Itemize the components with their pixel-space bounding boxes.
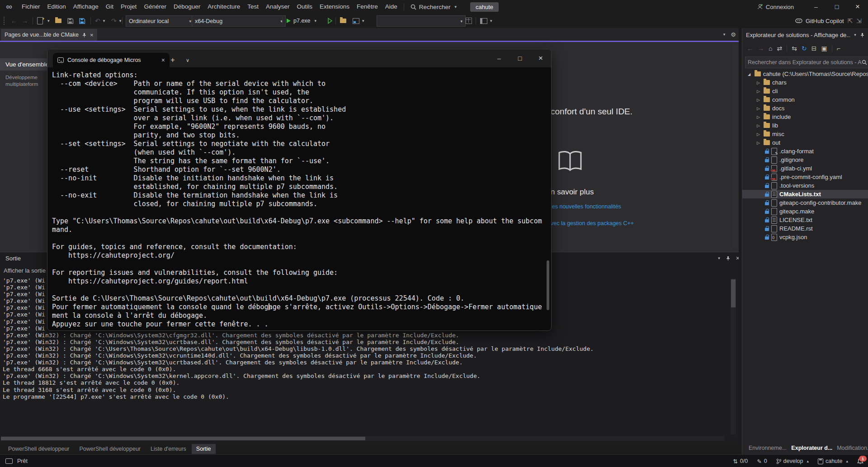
window-position-icon[interactable]: ▾ [718,256,720,260]
tree-item-file[interactable]: .clang-format [742,147,868,156]
cpp-packages-link-fragment[interactable]: vec la gestion des packages C++ [551,220,634,226]
scrollbar-thumb[interactable] [1,437,365,440]
cmake-folder-button[interactable] [340,14,346,28]
debug-target-combobox[interactable]: Ordinateur local ▾ [126,15,194,27]
tree-item-file[interactable]: vcpkg.json [742,233,868,241]
window-layout-button[interactable]: ▾ [480,14,492,28]
menu-item[interactable]: Fenêtre [353,0,382,14]
console-tab[interactable]: Console de débogage Micros × [53,53,170,67]
output-vertical-scrollbar[interactable] [731,278,736,434]
menu-item[interactable]: Architecture [204,0,244,14]
feedback-icon[interactable]: ⇲ [856,17,862,24]
console-minimize-button[interactable] [489,49,509,67]
document-tab[interactable]: Pages de vue...ble de CMake × [1,29,97,41]
save-button[interactable] [67,14,74,28]
overview-nav-item[interactable]: Développeme multiplateform [5,74,38,88]
new-tab-button[interactable]: + [166,53,179,67]
pin-icon[interactable] [860,33,865,38]
collapsed-chevron-icon[interactable] [757,89,761,94]
collapse-all-icon[interactable]: ⊟ [811,45,817,52]
tree-item-file[interactable]: .tool-versions [742,181,868,190]
panel-splitter[interactable] [739,28,742,454]
menu-item[interactable]: Analyser [262,0,293,14]
menu-item[interactable]: Git [102,0,117,14]
panel-tab[interactable]: Liste d'erreurs [146,444,191,454]
refresh-icon[interactable]: ↻ [802,45,807,52]
navigate-forward-icon[interactable]: → [22,17,28,24]
start-without-debugging-button[interactable] [327,14,333,28]
current-branch-button[interactable]: develop ▴ [776,458,809,464]
tree-item-folder[interactable]: docs [742,104,868,113]
tree-item-file[interactable]: giteapc-config-contributor.make [742,198,868,207]
collapsed-chevron-icon[interactable] [757,132,761,137]
collapsed-chevron-icon[interactable] [757,80,761,85]
collapsed-chevron-icon[interactable] [757,141,761,145]
menu-item[interactable]: Fichier [18,0,44,14]
start-debugging-button[interactable]: p7.exe ▾ [287,14,316,28]
tree-item-file[interactable]: giteapc.make [742,207,868,216]
close-button[interactable] [847,0,868,14]
editor-scrollbar[interactable] [733,44,738,248]
menu-item[interactable]: Projet [117,0,140,14]
tree-item-file[interactable]: .gitignore [742,156,868,164]
minimize-button[interactable] [806,0,826,14]
panel-tab[interactable]: Sortie [192,444,216,454]
output-horizontal-scrollbar[interactable] [1,436,724,441]
console-maximize-button[interactable] [509,49,530,67]
menu-item[interactable]: Déboguer [170,0,204,14]
tree-item-folder[interactable]: cli [742,87,868,95]
sync-commits-button[interactable]: ⇅ 0/0 [733,458,748,465]
save-all-button[interactable] [79,14,85,28]
github-copilot-button[interactable]: GitHub Copilot [795,18,844,24]
tree-item-folder[interactable]: lib [742,121,868,130]
tree-item-file[interactable]: LICENSE.txt [742,216,868,224]
window-position-icon[interactable]: ▾ [854,33,856,37]
new-project-button[interactable]: ★ ▾ [37,14,50,28]
forward-icon[interactable]: → [758,45,764,52]
tree-item-folder[interactable]: misc [742,130,868,138]
tree-item-file[interactable]: .pre-commit-config.yaml [742,173,868,181]
right-panel-tab[interactable]: Explorateur d... [788,443,832,453]
background-tasks-icon[interactable] [5,458,13,464]
configuration-combobox[interactable]: x64-Debug ▾ [192,15,286,27]
menu-item[interactable]: Générer [140,0,170,14]
search-button[interactable]: Rechercher ▾ [407,4,460,10]
sign-in-button[interactable]: Connexion [757,4,794,10]
menu-item[interactable]: Test [244,0,262,14]
right-panel-tab[interactable]: Modification... [834,443,868,453]
close-tab-icon[interactable]: × [161,57,165,64]
current-repository-button[interactable]: cahute ▴ [818,458,848,464]
collapsed-chevron-icon[interactable] [757,115,761,119]
share-icon[interactable]: ⇱ [848,17,853,24]
tree-item-file[interactable]: CMakeLists.txt [742,190,868,198]
open-folder-button[interactable] [55,14,61,28]
settings-gear-icon[interactable]: ⚙ [731,31,736,38]
open-window-button[interactable]: ▾ [353,14,364,28]
sync-with-active-document-icon[interactable]: ⇆ [792,45,797,52]
tree-item-file[interactable]: .gitlab-ci.yml [742,164,868,173]
pending-edits-button[interactable]: ✎ 0 [757,458,767,465]
tab-dropdown-button[interactable]: ∨ [181,53,194,67]
console-output-area[interactable]: Link-related options: --com <device> Pat… [47,67,551,330]
close-tab-icon[interactable]: × [90,32,94,38]
switch-views-icon[interactable]: ⇄ [777,45,782,52]
solution-name-badge[interactable]: cahute [470,2,499,12]
tree-item-file[interactable]: README.rst [742,224,868,233]
tree-item-root[interactable]: cahute (C:\Users\Thomas\Source\Repos\ [742,70,868,78]
back-icon[interactable]: ← [747,45,753,52]
console-scrollbar-thumb[interactable] [547,260,549,310]
pin-icon[interactable] [726,256,731,261]
tree-item-folder[interactable]: common [742,95,868,104]
whats-new-link-fragment[interactable]: les nouvelles fonctionnalités [551,203,621,210]
collapsed-chevron-icon[interactable] [757,98,761,102]
scrollbar-thumb[interactable] [731,279,736,307]
pending-changes-filter-icon[interactable]: ⌐ [837,45,840,52]
navigate-back-icon[interactable]: ← [11,17,17,24]
menu-item[interactable]: Extensions [316,0,353,14]
console-close-button[interactable] [530,49,551,67]
panel-tab[interactable]: PowerShell développeur [75,444,146,454]
suggestions-button[interactable] [466,14,472,28]
collapsed-chevron-icon[interactable] [757,106,761,111]
redo-button[interactable]: ↷▾ [111,14,121,28]
menu-item[interactable]: Affichage [70,0,102,14]
